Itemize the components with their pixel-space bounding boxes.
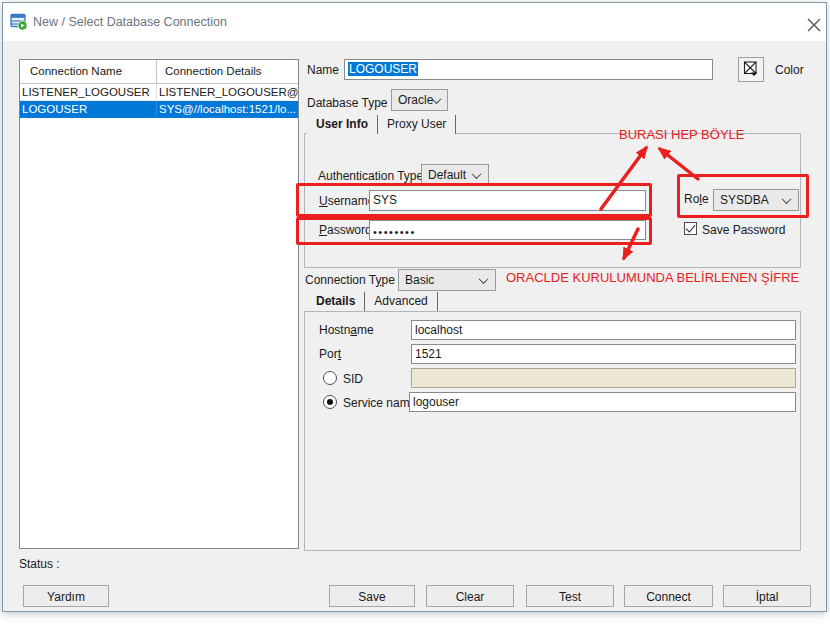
- password-label: Password: [319, 223, 372, 237]
- color-button[interactable]: [738, 57, 764, 82]
- authentication-type-value: Default: [428, 168, 466, 182]
- port-label: Port: [319, 347, 341, 361]
- chevron-down-icon: [782, 194, 792, 204]
- tab-user-info[interactable]: User Info: [307, 115, 378, 134]
- test-button[interactable]: Test: [526, 585, 614, 607]
- save-password-checkbox[interactable]: [684, 222, 697, 235]
- sid-label: SID: [343, 372, 363, 386]
- user-tabs: User Info Proxy User: [307, 115, 456, 134]
- connection-name-header[interactable]: Connection Name: [20, 60, 157, 83]
- hostname-label: Hostname: [319, 323, 374, 337]
- connection-details-cell: LISTENER_LOGOUSER@/...: [157, 84, 298, 100]
- tab-advanced[interactable]: Advanced: [365, 292, 437, 311]
- username-input[interactable]: SYS: [369, 190, 646, 211]
- service-name-radio[interactable]: [323, 395, 337, 409]
- name-value-selected: LOGOUSER: [348, 62, 418, 76]
- connection-type-value: Basic: [405, 273, 434, 287]
- save-password-label: Save Password: [702, 223, 785, 237]
- chevron-down-icon: [479, 274, 489, 284]
- chevron-down-icon: [472, 169, 482, 179]
- title-bar: New / Select Database Connection: [3, 3, 826, 41]
- connection-details-cell: SYS@//localhost:1521/lo...: [157, 101, 298, 117]
- name-input[interactable]: LOGOUSER: [344, 59, 713, 80]
- tab-details[interactable]: Details: [307, 292, 365, 311]
- annotation-note-bottom: ORACLDE KURULUMUNDA BELİRLENEN ŞİFRE: [506, 270, 799, 285]
- color-swatch-icon: [743, 61, 760, 78]
- username-label: Username: [319, 194, 374, 208]
- status-label: Status :: [19, 557, 60, 571]
- name-label: Name: [307, 63, 339, 77]
- connection-name-cell: LOGOUSER: [20, 101, 157, 117]
- port-input[interactable]: 1521: [411, 344, 796, 364]
- dialog-window: New / Select Database Connection Connect…: [2, 2, 827, 612]
- database-type-select[interactable]: Oracle: [391, 89, 448, 111]
- connection-details-header[interactable]: Connection Details: [157, 60, 298, 83]
- close-icon[interactable]: [805, 16, 823, 34]
- table-row[interactable]: LISTENER_LOGOUSER LISTENER_LOGOUSER@/...: [20, 84, 298, 101]
- connection-name-cell: LISTENER_LOGOUSER: [20, 84, 157, 100]
- connection-list: Connection Name Connection Details LISTE…: [19, 59, 299, 549]
- connection-type-select[interactable]: Basic: [398, 269, 496, 291]
- sid-input[interactable]: [411, 368, 796, 388]
- password-input[interactable]: ••••••••: [369, 220, 646, 240]
- connection-type-label: Connection Type: [305, 273, 395, 287]
- cancel-button[interactable]: İptal: [723, 585, 811, 607]
- sid-radio[interactable]: [323, 371, 337, 385]
- database-type-value: Oracle: [398, 93, 433, 107]
- chevron-down-icon: [432, 94, 442, 104]
- save-button[interactable]: Save: [329, 585, 415, 607]
- connect-button[interactable]: Connect: [624, 585, 713, 607]
- window-title: New / Select Database Connection: [33, 15, 227, 29]
- help-button[interactable]: Yardım: [23, 585, 109, 607]
- service-name-label: Service name: [343, 396, 416, 410]
- connection-list-header: Connection Name Connection Details: [20, 60, 298, 84]
- database-type-label: Database Type: [307, 96, 388, 110]
- annotation-note-top: BURASI HEP BÖYLE: [619, 127, 744, 142]
- table-row-selected[interactable]: LOGOUSER SYS@//localhost:1521/lo...: [20, 101, 298, 118]
- authentication-type-label: Authentication Type: [318, 169, 423, 183]
- database-add-icon: [10, 13, 28, 31]
- authentication-type-select[interactable]: Default: [421, 164, 489, 186]
- tab-proxy-user[interactable]: Proxy User: [378, 115, 456, 134]
- detail-tabs: Details Advanced: [307, 292, 438, 311]
- hostname-input[interactable]: localhost: [411, 320, 796, 340]
- color-button-label: Color: [775, 63, 804, 77]
- role-select[interactable]: SYSDBA: [713, 189, 799, 211]
- clear-button[interactable]: Clear: [426, 585, 514, 607]
- role-label: Role: [684, 192, 709, 206]
- role-value: SYSDBA: [720, 193, 769, 207]
- service-name-input[interactable]: logouser: [409, 392, 796, 412]
